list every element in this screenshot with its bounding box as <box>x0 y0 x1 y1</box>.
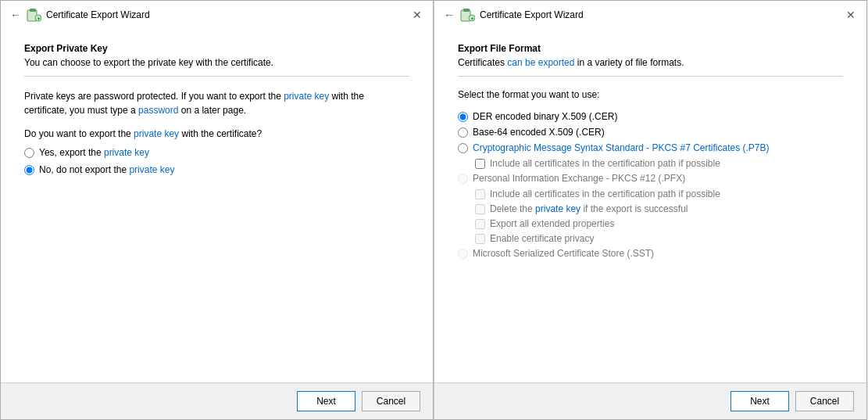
enable-privacy-label[interactable]: Enable certificate privacy <box>490 233 594 244</box>
sst-radio[interactable] <box>458 249 468 259</box>
svg-text:✦: ✦ <box>37 16 41 21</box>
delete-private-key-option[interactable]: Delete the private key if the export is … <box>475 203 843 214</box>
format-sst-option[interactable]: Microsoft Serialized Certificate Store (… <box>458 248 843 259</box>
password-link-1: password <box>138 105 178 116</box>
wizard-icon-1: ✦ <box>26 7 41 23</box>
dialog-export-private-key: ← ✦ Certificate Export Wizard ✕ Export P… <box>0 0 434 420</box>
svg-rect-5 <box>463 9 470 12</box>
dialog-export-file-format: ← ✦ Certificate Export Wizard ✕ Export F… <box>434 0 867 420</box>
format-der-option[interactable]: DER encoded binary X.509 (.CER) <box>458 111 843 122</box>
section-title-2: Export File Format <box>458 43 843 54</box>
can-be-exported-link: can be exported <box>507 57 574 68</box>
private-key-link-5: private key <box>535 203 580 214</box>
svg-rect-1 <box>30 9 36 12</box>
close-button-1[interactable]: ✕ <box>411 9 423 21</box>
divider-1 <box>24 76 409 77</box>
enable-privacy-checkbox[interactable] <box>475 234 485 244</box>
format-pfx-option[interactable]: Personal Information Exchange - PKCS #12… <box>458 173 843 184</box>
enable-privacy-option[interactable]: Enable certificate privacy <box>475 233 843 244</box>
sst-label: Microsoft Serialized Certificate Store (… <box>473 248 654 259</box>
section-subtitle-1: You can choose to export the private key… <box>24 57 409 68</box>
no-export-option[interactable]: No, do not export the private key <box>24 164 409 175</box>
export-extended-label[interactable]: Export all extended properties <box>490 218 614 229</box>
yes-export-option[interactable]: Yes, export the private key <box>24 147 409 158</box>
der-label[interactable]: DER encoded binary X.509 (.CER) <box>473 111 617 122</box>
delete-private-key-label[interactable]: Delete the private key if the export is … <box>490 203 688 214</box>
footer-1: Next Cancel <box>1 382 433 419</box>
cancel-button-1[interactable]: Cancel <box>362 391 420 411</box>
description-1: Private keys are password protected. If … <box>24 89 409 117</box>
yes-export-radio[interactable] <box>24 148 34 158</box>
format-label: Select the format you want to use: <box>458 89 843 100</box>
content-area-2: Export File Format Certificates can be e… <box>434 27 866 382</box>
content-area-1: Export Private Key You can choose to exp… <box>1 27 433 382</box>
yes-export-label[interactable]: Yes, export the private key <box>39 147 149 158</box>
no-export-radio[interactable] <box>24 165 34 175</box>
footer-2: Next Cancel <box>434 382 866 419</box>
include-all-pfx-label[interactable]: Include all certificates in the certific… <box>490 188 720 199</box>
include-all-pkcs7-label[interactable]: Include all certificates in the certific… <box>490 158 720 169</box>
b64-radio[interactable] <box>458 127 468 138</box>
pkcs7-radio[interactable] <box>458 143 468 153</box>
export-question: Do you want to export the private key wi… <box>24 128 409 139</box>
next-button-1[interactable]: Next <box>297 391 355 411</box>
cancel-button-2[interactable]: Cancel <box>795 391 854 411</box>
divider-2 <box>458 76 843 77</box>
export-extended-option[interactable]: Export all extended properties <box>475 218 843 229</box>
pfx-label: Personal Information Exchange - PKCS #12… <box>473 173 685 184</box>
no-export-label[interactable]: No, do not export the private key <box>39 164 174 175</box>
back-button-1[interactable]: ← <box>10 9 21 21</box>
title-bar-2: ← ✦ Certificate Export Wizard ✕ <box>434 1 866 27</box>
include-all-pkcs7-checkbox[interactable] <box>475 159 485 169</box>
private-key-link-2: private key <box>134 128 179 139</box>
title-text-1: Certificate Export Wizard <box>46 9 150 20</box>
export-extended-checkbox[interactable] <box>475 219 485 229</box>
pkcs7-label[interactable]: Cryptographic Message Syntax Standard - … <box>473 142 770 153</box>
svg-text:✦: ✦ <box>470 16 474 21</box>
back-button-2[interactable]: ← <box>444 9 455 21</box>
include-all-pkcs7-option[interactable]: Include all certificates in the certific… <box>475 158 843 169</box>
include-all-pfx-option[interactable]: Include all certificates in the certific… <box>475 188 843 199</box>
wizard-icon-2: ✦ <box>459 7 475 23</box>
private-key-link-3: private key <box>104 147 149 158</box>
delete-private-key-checkbox[interactable] <box>475 204 485 214</box>
private-key-link-4: private key <box>129 164 174 175</box>
der-radio[interactable] <box>458 112 468 122</box>
section-title-1: Export Private Key <box>24 43 409 54</box>
b64-label[interactable]: Base-64 encoded X.509 (.CER) <box>473 127 605 138</box>
section-subtitle-2: Certificates can be exported in a variet… <box>458 57 843 68</box>
next-button-2[interactable]: Next <box>730 391 789 411</box>
private-key-link-1: private key <box>284 91 329 102</box>
title-text-2: Certificate Export Wizard <box>480 9 584 20</box>
close-button-2[interactable]: ✕ <box>845 9 857 21</box>
format-b64-option[interactable]: Base-64 encoded X.509 (.CER) <box>458 127 843 138</box>
include-all-pfx-checkbox[interactable] <box>475 189 485 199</box>
format-pkcs7-option[interactable]: Cryptographic Message Syntax Standard - … <box>458 142 843 153</box>
pfx-radio[interactable] <box>458 174 468 184</box>
title-bar-1: ← ✦ Certificate Export Wizard ✕ <box>1 1 433 27</box>
